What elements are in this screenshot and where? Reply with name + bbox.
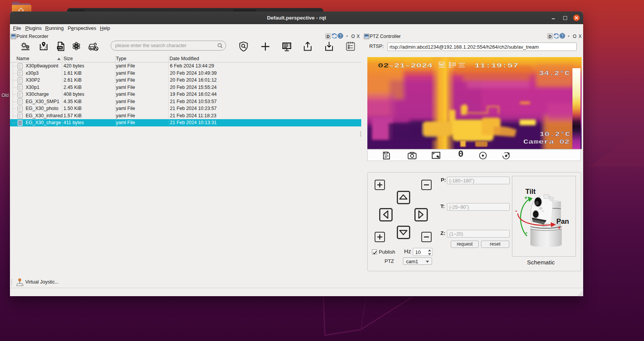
svg-text:02: 02 [378,62,389,69]
svg-text:34.2°C: 34.2°C [539,70,570,77]
svg-text:?: ? [561,34,563,38]
svg-text:–21–2024: –21–2024 [389,62,433,69]
svg-text:11:19:57: 11:19:57 [474,62,518,69]
svg-text:Camera 02: Camera 02 [523,139,569,146]
svg-text:?: ? [339,34,341,38]
svg-text:-: - [525,229,528,236]
svg-text:10.2°C: 10.2°C [539,131,570,138]
svg-text:Pan: Pan [556,218,569,225]
svg-text:-: - [515,207,517,214]
svg-text:Tilt: Tilt [525,188,536,195]
